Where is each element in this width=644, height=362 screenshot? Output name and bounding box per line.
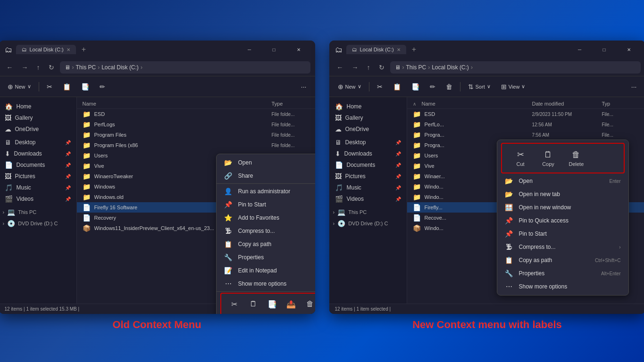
left-ctx-properties[interactable]: 🔧 Properties Alt+Enter bbox=[217, 251, 315, 264]
right-new-tab-btn[interactable]: + bbox=[412, 45, 416, 54]
right-sidebar-documents[interactable]: 📄 Documents 📌 bbox=[329, 159, 407, 171]
left-new-btn[interactable]: ⊕ New ∨ bbox=[4, 81, 35, 92]
right-back-btn[interactable]: ← bbox=[334, 62, 346, 73]
left-ctx-runas[interactable]: 👤 Run as administrator bbox=[217, 185, 315, 198]
right-breadcrumb-thispc[interactable]: This PC bbox=[406, 64, 427, 71]
right-rename-btn[interactable]: ✏ bbox=[426, 81, 439, 92]
right-qa-delete[interactable]: 🗑 Delete bbox=[563, 148, 590, 169]
right-new-btn[interactable]: ⊕ New ∨ bbox=[334, 81, 365, 92]
right-ctx-copypath[interactable]: 📋 Copy as path Ctrl+Shift+C bbox=[497, 254, 628, 267]
right-cut-btn[interactable]: ✂ bbox=[373, 81, 386, 92]
left-breadcrumb-thispc[interactable]: This PC bbox=[76, 64, 96, 71]
left-sidebar-downloads[interactable]: ⬇ Downloads 📌 bbox=[0, 148, 76, 159]
right-ctx-pinstart[interactable]: 📌 Pin to Start bbox=[497, 227, 628, 240]
left-close-btn[interactable]: ✕ bbox=[288, 43, 309, 56]
right-file-perflogs[interactable]: 📁 PerfLo... 12:56 AM File... bbox=[407, 119, 644, 130]
right-ctx-properties[interactable]: 🔧 Properties Alt+Enter bbox=[497, 267, 628, 280]
left-maximize-btn[interactable]: □ bbox=[263, 43, 285, 56]
right-forward-btn[interactable]: → bbox=[349, 62, 361, 73]
right-qa-copy[interactable]: 🗒 Copy bbox=[535, 148, 561, 169]
right-ctx-pinquick[interactable]: 📌 Pin to Quick access bbox=[497, 214, 628, 227]
left-file-programfiles[interactable]: 📁 Program Files File folde... bbox=[77, 130, 315, 140]
left-breadcrumb-localdisk[interactable]: Local Disk (C:) bbox=[101, 64, 139, 71]
left-qa-share[interactable]: 📤 bbox=[284, 296, 299, 312]
left-qa-delete[interactable]: 🗑 bbox=[302, 296, 315, 312]
right-more-btn[interactable]: ··· bbox=[627, 81, 641, 92]
right-file-list[interactable]: ∧ Name Date modified Typ 📁 ESD 2/9/2023 … bbox=[407, 97, 644, 314]
left-new-tab-btn[interactable]: + bbox=[82, 45, 86, 54]
right-breadcrumb-localdisk[interactable]: Local Disk (C:) bbox=[432, 64, 469, 71]
right-sidebar-dvd[interactable]: › 💿 DVD Drive (D:) C bbox=[329, 218, 407, 229]
right-view-btn[interactable]: ⊞ View ∨ bbox=[497, 81, 529, 92]
left-ctx-open[interactable]: 📂 Open Enter bbox=[217, 156, 315, 169]
right-ctx-opennewwindow[interactable]: 🪟 Open in new window bbox=[497, 201, 628, 214]
left-qa-paste[interactable]: 📑 bbox=[265, 296, 280, 312]
right-up-btn[interactable]: ↑ bbox=[364, 62, 373, 73]
left-sidebar-dvd[interactable]: › 💿 DVD Drive (D:) C bbox=[0, 218, 76, 229]
left-sidebar-music[interactable]: 🎵 Music 📌 bbox=[0, 182, 76, 193]
right-ctx-showmore[interactable]: ⋯ Show more options bbox=[497, 280, 628, 293]
left-rename-btn[interactable]: ✏ bbox=[96, 81, 109, 92]
right-paste-btn[interactable]: 📑 bbox=[408, 81, 423, 92]
right-sidebar-gallery[interactable]: 🖼 Gallery bbox=[329, 112, 407, 123]
left-tab[interactable]: 🗂 Local Disk (C:) ✕ bbox=[16, 45, 76, 54]
left-qa-copy[interactable]: 🗒 bbox=[246, 296, 261, 312]
right-sort-btn[interactable]: ⇅ Sort ∨ bbox=[464, 81, 494, 92]
left-copy-btn[interactable]: 📋 bbox=[59, 81, 75, 92]
right-copy-btn[interactable]: 📋 bbox=[389, 81, 405, 92]
right-address-bar[interactable]: 🖥 › This PC › Local Disk (C:) › bbox=[390, 61, 641, 74]
left-sidebar-thispc[interactable]: › 💻 This PC bbox=[0, 206, 76, 218]
right-ctx-opennewtab[interactable]: 📂 Open in new tab bbox=[497, 188, 628, 201]
right-sidebar-music[interactable]: 🎵 Music 📌 bbox=[329, 182, 407, 193]
left-file-esd[interactable]: 📁 ESD File folde... bbox=[77, 109, 315, 119]
left-address-bar[interactable]: 🖥 › This PC › Local Disk (C:) › bbox=[60, 61, 310, 74]
left-forward-btn[interactable]: → bbox=[19, 62, 31, 73]
right-close-btn[interactable]: ✕ bbox=[618, 43, 640, 56]
left-sidebar-documents[interactable]: 📄 Documents 📌 bbox=[0, 159, 76, 171]
right-tab[interactable]: 🗂 Local Disk (C:) ✕ bbox=[346, 45, 406, 54]
right-ctx-open[interactable]: 📂 Open Enter bbox=[497, 174, 628, 188]
left-more-btn[interactable]: ··· bbox=[297, 81, 310, 92]
left-qa-cut[interactable]: ✂ bbox=[227, 296, 242, 312]
right-file-programfiles[interactable]: 📁 Progra... 7:56 AM File... bbox=[407, 130, 644, 140]
left-ctx-favorites[interactable]: ⭐ Add to Favorites bbox=[217, 211, 315, 224]
right-file-esd[interactable]: 📁 ESD 2/9/2023 11:50 PM File... bbox=[407, 109, 644, 119]
left-ctx-share[interactable]: 🔗 Share bbox=[217, 169, 315, 182]
left-ctx-pinstart[interactable]: 📌 Pin to Start bbox=[217, 198, 315, 211]
left-paste-btn[interactable]: 📑 bbox=[77, 81, 93, 92]
left-sidebar-pictures[interactable]: 🖼 Pictures 📌 bbox=[0, 171, 76, 182]
left-file-perflogs[interactable]: 📁 PerfLogs File folde... bbox=[77, 119, 315, 130]
left-sidebar-gallery[interactable]: 🖼 Gallery bbox=[0, 112, 76, 123]
left-up-btn[interactable]: ↑ bbox=[34, 62, 43, 73]
right-maximize-btn[interactable]: □ bbox=[594, 43, 615, 56]
right-delete-btn[interactable]: 🗑 bbox=[442, 81, 456, 92]
right-tab-close[interactable]: ✕ bbox=[397, 47, 401, 52]
right-minimize-btn[interactable]: ─ bbox=[569, 43, 591, 56]
left-sidebar-onedrive[interactable]: ☁ OneDrive bbox=[0, 123, 76, 135]
right-sidebar-home[interactable]: 🏠 Home bbox=[329, 101, 407, 112]
left-back-btn[interactable]: ← bbox=[4, 62, 16, 73]
left-cut-btn[interactable]: ✂ bbox=[43, 81, 56, 92]
left-sidebar-home[interactable]: 🏠 Home bbox=[0, 101, 76, 112]
right-sidebar-downloads[interactable]: ⬇ Downloads 📌 bbox=[329, 148, 407, 159]
left-tab-close[interactable]: ✕ bbox=[67, 47, 70, 52]
left-ctx-showmore[interactable]: ⋯ Show more options bbox=[217, 277, 315, 290]
right-ctx-compress[interactable]: 🗜 Compress to... › bbox=[497, 240, 628, 254]
right-sidebar-pictures[interactable]: 🖼 Pictures 📌 bbox=[329, 171, 407, 182]
right-qa-cut[interactable]: ✂ Cut bbox=[508, 148, 534, 169]
left-ctx-favorites-icon: ⭐ bbox=[224, 214, 233, 222]
right-refresh-btn[interactable]: ↻ bbox=[376, 62, 387, 73]
left-minimize-btn[interactable]: ─ bbox=[239, 43, 260, 56]
left-ctx-editnotepad[interactable]: 📝 Edit in Notepad bbox=[217, 264, 315, 277]
left-sidebar-desktop[interactable]: 🖥 Desktop 📌 bbox=[0, 137, 76, 148]
right-sidebar-desktop[interactable]: 🖥 Desktop 📌 bbox=[329, 137, 407, 148]
left-sidebar-videos[interactable]: 🎬 Videos 📌 bbox=[0, 193, 76, 205]
right-sidebar-onedrive[interactable]: ☁ OneDrive bbox=[329, 123, 407, 135]
left-ctx-copypath[interactable]: 📋 Copy as path Ctrl+Shift+C bbox=[217, 238, 315, 251]
right-sidebar-thispc[interactable]: › 💻 This PC bbox=[329, 206, 407, 218]
left-file-programfilesx86[interactable]: 📁 Program Files (x86 File folde... bbox=[77, 140, 315, 150]
right-sidebar-videos[interactable]: 🎬 Videos 📌 bbox=[329, 193, 407, 205]
left-file-list[interactable]: Name Type 📁 ESD File folde... 📁 PerfLogs… bbox=[77, 97, 315, 314]
left-refresh-btn[interactable]: ↻ bbox=[46, 62, 57, 73]
left-ctx-compress[interactable]: 🗜 Compress to... › bbox=[217, 224, 315, 238]
